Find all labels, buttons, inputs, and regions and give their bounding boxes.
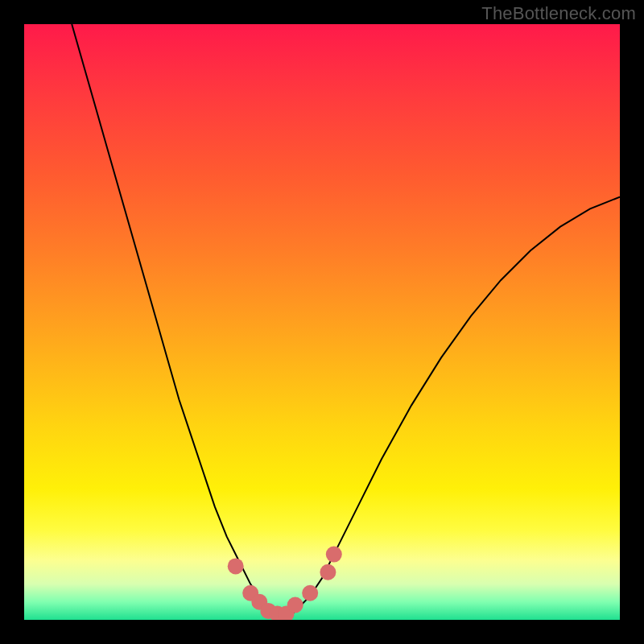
curve-marker <box>326 547 342 563</box>
curve-marker <box>302 585 318 601</box>
curve-markers <box>228 547 342 620</box>
watermark-text: TheBottleneck.com <box>481 3 636 24</box>
chart-svg <box>24 24 620 620</box>
curve-marker <box>228 558 244 574</box>
curve-marker <box>320 564 336 580</box>
curve-marker <box>287 597 303 613</box>
chart-plot-area <box>24 24 620 620</box>
bottleneck-curve-line <box>72 24 620 617</box>
